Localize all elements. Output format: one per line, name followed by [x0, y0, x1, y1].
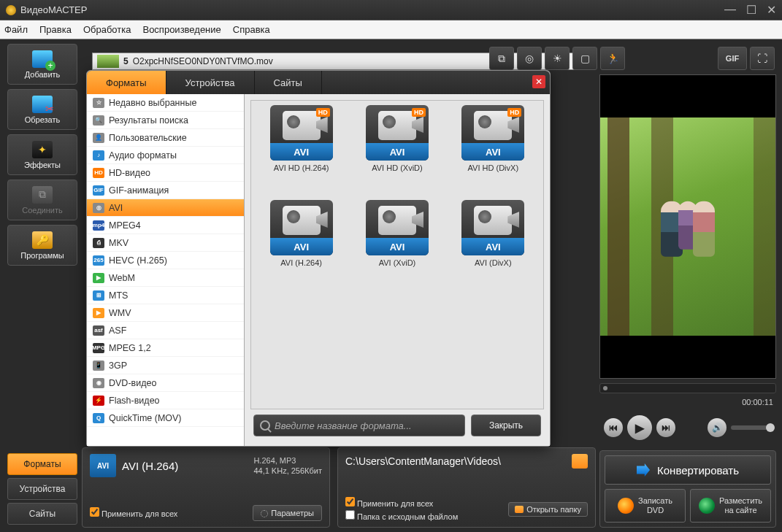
close-icon[interactable]: ✕ [767, 3, 776, 17]
add-button[interactable]: Добавить [7, 44, 77, 85]
frame-icon[interactable]: ▢ [572, 47, 597, 70]
apply-all-check-1[interactable]: Применить для всех [90, 507, 177, 518]
popup-close-button[interactable]: Закрыть [471, 415, 541, 436]
category-icon: MPG [93, 343, 104, 353]
rotate-icon[interactable]: ◎ [517, 47, 542, 70]
category-item[interactable]: ☆Недавно выбранные [87, 94, 244, 112]
preset-format: AVI [270, 143, 333, 161]
category-item[interactable]: mp4MPEG4 [87, 217, 244, 234]
brightness-icon[interactable]: ☀ [545, 47, 570, 70]
key-icon: 🔑 [32, 231, 53, 249]
category-icon: asf [93, 325, 104, 336]
category-item[interactable]: ◎AVI [87, 199, 244, 217]
right-column: 00:00:11 ⏮ ▶ ⏭ 🔊 Конвертировать Записать… [599, 44, 776, 528]
popup-tab-formats[interactable]: Форматы [87, 71, 166, 94]
category-item[interactable]: 🔍Результаты поиска [87, 112, 244, 129]
popup-tab-sites[interactable]: Сайты [255, 71, 322, 94]
preset-item[interactable]: HD AVI AVI HD (XviD) [351, 105, 442, 196]
category-item[interactable]: MPGMPEG 1,2 [87, 339, 244, 357]
output-path: C:\Users\ContentManager\Videos\ [345, 455, 501, 467]
cut-button[interactable]: Обрезать [7, 89, 77, 130]
popup-tab-devices[interactable]: Устройства [166, 71, 255, 94]
menubar: Файл Правка Обработка Воспроизведение Сп… [0, 20, 782, 39]
category-item[interactable]: ◉DVD-видео [87, 374, 244, 392]
apply-all-check-2[interactable]: Применить для всех [345, 497, 458, 508]
preset-format: AVI [461, 238, 524, 255]
preset-format: AVI [366, 143, 429, 161]
preview-frame [600, 117, 775, 336]
file-name: O2xpcHNfSEO0NDY0NTVfMO.mov [133, 56, 273, 66]
volume-icon[interactable]: 🔊 [708, 418, 727, 437]
category-label: Пользовательские [109, 133, 187, 143]
open-folder-button[interactable]: Открыть папку [508, 502, 588, 517]
camcorder-icon [474, 206, 512, 235]
preset-item[interactable]: AVI AVI (H.264) [256, 200, 347, 290]
play-button[interactable]: ▶ [627, 415, 652, 440]
effects-button[interactable]: ✦ Эффекты [7, 134, 77, 175]
category-label: DVD-видео [109, 378, 156, 388]
preset-label: AVI HD (DivX) [468, 163, 518, 172]
category-label: GIF-анимация [109, 185, 169, 196]
category-item[interactable]: asfASF [87, 322, 244, 339]
category-icon: ⎙ [93, 238, 104, 248]
params-button[interactable]: Параметры [253, 505, 322, 521]
category-item[interactable]: 265HEVC (H.265) [87, 252, 244, 269]
category-list[interactable]: ☆Недавно выбранные🔍Результаты поиска👤Пол… [87, 94, 245, 446]
publish-web-button[interactable]: Разместитьна сайте [690, 489, 771, 523]
arrow-icon [637, 463, 650, 477]
category-label: QuickTime (MOV) [109, 413, 182, 423]
next-button[interactable]: ⏭ [656, 418, 675, 437]
preset-item[interactable]: HD AVI AVI HD (DivX) [448, 105, 539, 196]
category-item[interactable]: GIFGIF-анимация [87, 182, 244, 199]
menu-file[interactable]: Файл [4, 24, 28, 35]
globe-icon [699, 498, 715, 514]
convert-button[interactable]: Конвертировать [605, 455, 771, 485]
category-item[interactable]: ▶WMV [87, 304, 244, 322]
category-item[interactable]: ⚡Flash-видео [87, 392, 244, 409]
maximize-icon[interactable]: ☐ [746, 3, 756, 17]
format-box: AVI AVI (H.264) H.264, MP3 44,1 KHz, 256… [82, 447, 330, 528]
video-preview[interactable] [599, 74, 776, 379]
category-icon: 👤 [93, 133, 104, 143]
preset-label: AVI (DivX) [475, 258, 512, 267]
category-label: AVI [109, 203, 123, 213]
search-icon [260, 420, 270, 431]
camcorder-icon [283, 111, 321, 140]
category-item[interactable]: ⎙MKV [87, 234, 244, 252]
category-item[interactable]: ▶WebM [87, 269, 244, 287]
category-item[interactable]: ⊞MTS [87, 287, 244, 304]
category-item[interactable]: HDHD-видео [87, 164, 244, 182]
popup-close-icon[interactable]: ✕ [532, 75, 545, 88]
crop-icon[interactable]: ⧉ [489, 47, 514, 70]
category-item[interactable]: 👤Пользовательские [87, 129, 244, 147]
tab-formats[interactable]: Форматы [7, 453, 77, 475]
preset-grid: HD AVI AVI HD (H.264) HD AVI AVI HD (Xvi… [250, 100, 544, 409]
menu-process[interactable]: Обработка [83, 24, 131, 35]
programs-button[interactable]: 🔑 Программы [7, 225, 77, 266]
prev-button[interactable]: ⏮ [604, 418, 623, 437]
burn-dvd-button[interactable]: ЗаписатьDVD [605, 489, 686, 523]
preset-item[interactable]: AVI AVI (XviD) [351, 200, 442, 290]
category-item[interactable]: QQuickTime (MOV) [87, 409, 244, 427]
menu-edit[interactable]: Правка [39, 24, 72, 35]
preset-item[interactable]: AVI AVI (DivX) [448, 200, 539, 290]
format-search-input[interactable]: Введите название формата... [253, 415, 465, 436]
join-label: Соединить [22, 206, 63, 215]
hd-badge: HD [316, 108, 330, 117]
menu-help[interactable]: Справка [233, 24, 270, 35]
category-item[interactable]: 📱3GP [87, 357, 244, 374]
browse-folder-button[interactable] [572, 454, 588, 469]
menu-playback[interactable]: Воспроизведение [142, 24, 221, 35]
preset-label: AVI HD (H.264) [274, 163, 329, 172]
same-folder-check[interactable]: Папка с исходным файлом [345, 510, 458, 521]
category-label: 3GP [109, 361, 127, 371]
category-icon: 🔍 [93, 115, 104, 126]
tab-devices[interactable]: Устройства [7, 478, 77, 500]
preset-item[interactable]: HD AVI AVI HD (H.264) [256, 105, 347, 196]
tab-sites[interactable]: Сайты [7, 503, 77, 525]
volume-slider[interactable] [731, 425, 772, 430]
category-item[interactable]: ♪Аудио форматы [87, 147, 244, 164]
preset-format: AVI [366, 238, 429, 255]
timeline-slider[interactable] [599, 383, 776, 393]
minimize-icon[interactable]: — [724, 3, 736, 17]
